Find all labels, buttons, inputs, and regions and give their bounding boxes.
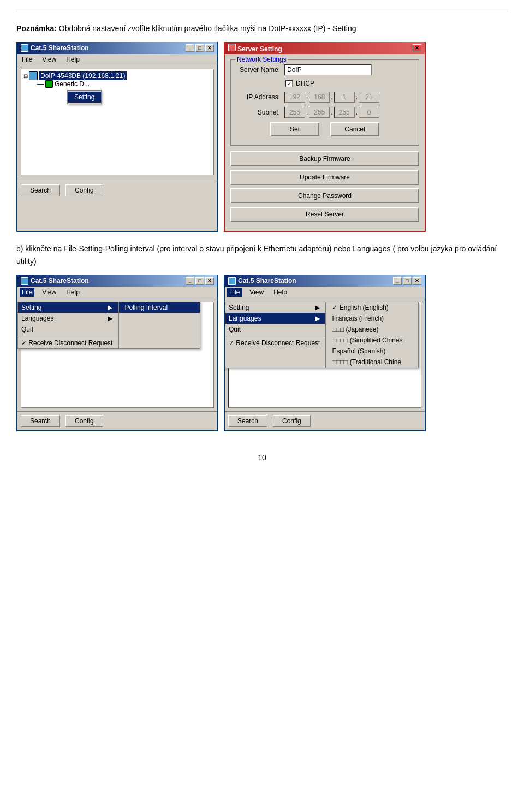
- server-name-row: Server Name:: [236, 64, 413, 75]
- ip-label: IP Address:: [236, 93, 280, 101]
- languages-label-4: Languages: [229, 315, 261, 322]
- menu-view-4[interactable]: View: [247, 288, 266, 297]
- window-title-4: Cat.5 ShareStation: [238, 277, 296, 285]
- window-title-3: Cat.5 ShareStation: [31, 277, 89, 285]
- titlebar-1: Cat.5 ShareStation _ □ ✕: [17, 42, 217, 54]
- menu-item-languages-3[interactable]: Languages ▶: [18, 313, 118, 324]
- win-controls-3[interactable]: _ □ ✕: [186, 277, 214, 285]
- screenshots-row-1: Cat.5 ShareStation _ □ ✕ File View Help …: [16, 42, 508, 232]
- close-btn-4[interactable]: ✕: [413, 277, 421, 285]
- dhcp-label: DHCP: [296, 80, 314, 87]
- backup-firmware-btn[interactable]: Backup Firmware: [230, 151, 419, 166]
- submenu-languages-4: ✓ English (English) Français (French) □□…: [326, 302, 419, 368]
- close-btn-1[interactable]: ✕: [205, 44, 214, 52]
- lang-simplified-chinese[interactable]: □□□□ (Simplified Chines: [326, 335, 418, 346]
- context-menu-setting[interactable]: Setting: [68, 92, 101, 103]
- dhcp-row: ✓ DHCP: [236, 80, 413, 87]
- lang-traditional-chinese[interactable]: □□□□ (Traditional Chine: [326, 357, 418, 368]
- intro-paragraph: Poznámka: Obdobná nastavení zvolíte klik…: [16, 22, 508, 34]
- server-name-input[interactable]: [284, 64, 372, 75]
- menu-item-setting-3[interactable]: Setting ▶: [18, 302, 118, 313]
- change-password-btn[interactable]: Change Password: [230, 188, 419, 203]
- window-title-1: Cat.5 ShareStation: [31, 44, 89, 52]
- server-window-icon: [228, 44, 236, 51]
- menu-popup-3: Setting ▶ Languages ▶ Quit ✓ Receive Dis…: [17, 302, 118, 349]
- menu-help-1[interactable]: Help: [64, 55, 82, 64]
- dhcp-checkmark: ✓: [287, 81, 291, 87]
- tree-root-label-1[interactable]: DoIP-4543DB (192.168.1.21): [39, 71, 127, 80]
- lang-japanese[interactable]: □□□ (Japanese): [326, 324, 418, 335]
- tree-expand-1[interactable]: ⊟: [23, 73, 28, 79]
- submenu-polling-3[interactable]: Polling Interval: [119, 302, 200, 313]
- page-number: 10: [16, 453, 508, 462]
- tree-root-icon-1: [29, 71, 38, 80]
- screenshots-row-2: Cat.5 ShareStation _ □ ✕ File View Help …: [16, 275, 508, 431]
- menu-dropdown-3: Setting ▶ Languages ▶ Quit ✓ Receive Dis…: [17, 302, 200, 349]
- search-btn-4[interactable]: Search: [228, 415, 267, 427]
- quit-label-4: Quit: [229, 326, 241, 333]
- win-footer-4: Search Config: [225, 411, 425, 430]
- menu-item-setting-4[interactable]: Setting ▶: [225, 302, 325, 313]
- tree-view-1: ⊟ DoIP-4543DB (192.168.1.21) └─ Generic …: [21, 69, 214, 175]
- win-footer-3: Search Config: [17, 411, 217, 430]
- set-cancel-row: Set Cancel: [236, 122, 413, 136]
- minimize-btn-3[interactable]: _: [186, 277, 194, 285]
- menu-item-receive-4[interactable]: ✓ Receive Disconnect Request: [225, 338, 325, 348]
- menu-view-3[interactable]: View: [40, 288, 58, 297]
- menu-help-4[interactable]: Help: [271, 288, 289, 297]
- menu-help-3[interactable]: Help: [64, 288, 82, 297]
- lang-schinese-label: □□□□ (Simplified Chines: [332, 336, 402, 344]
- config-btn-1[interactable]: Config: [66, 184, 103, 196]
- server-name-label: Server Name:: [236, 66, 280, 74]
- win-body-4: Setting ▶ Languages ▶ Quit ✓ Receive Dis…: [225, 302, 425, 408]
- receive-label-3: ✓ Receive Disconnect Request: [21, 339, 112, 347]
- menu-view-1[interactable]: View: [40, 55, 58, 64]
- menu-item-quit-3[interactable]: Quit: [18, 324, 118, 335]
- set-btn[interactable]: Set: [270, 122, 319, 136]
- close-btn-3[interactable]: ✕: [205, 277, 214, 285]
- lang-english[interactable]: ✓ English (English): [326, 302, 418, 313]
- maximize-btn-4[interactable]: □: [403, 277, 412, 285]
- win-controls-1[interactable]: _ □ ✕: [186, 44, 214, 52]
- server-window-title: Server Setting: [237, 45, 282, 53]
- reset-server-btn[interactable]: Reset Server: [230, 207, 419, 222]
- subnet-row: Subnet: 255 . 255 . 255 . 0: [236, 107, 413, 118]
- server-win-controls[interactable]: ✕: [413, 44, 421, 52]
- search-btn-1[interactable]: Search: [21, 184, 60, 196]
- tree-child-label-1[interactable]: Generic D...: [55, 80, 90, 88]
- ip-seg-2: 168: [309, 92, 330, 103]
- update-firmware-btn[interactable]: Update Firmware: [230, 170, 419, 185]
- window-icon-1: [21, 44, 28, 52]
- win-controls-4[interactable]: _ □ ✕: [393, 277, 421, 285]
- cancel-btn[interactable]: Cancel: [330, 122, 379, 136]
- minimize-btn-1[interactable]: _: [186, 44, 194, 52]
- subnet-seg-2: 255: [309, 107, 330, 118]
- setting-label-4: Setting: [229, 304, 249, 311]
- minimize-btn-4[interactable]: _: [393, 277, 402, 285]
- window-server-setting: Server Setting ✕ Network Settings Server…: [224, 42, 426, 232]
- menu-item-quit-4[interactable]: Quit: [225, 324, 325, 335]
- menu-file-4[interactable]: File: [227, 288, 242, 297]
- maximize-btn-1[interactable]: □: [195, 44, 204, 52]
- intro-bold: Poznámka:: [16, 24, 57, 33]
- menu-file-3[interactable]: File: [20, 288, 34, 297]
- menu-file-1[interactable]: File: [20, 55, 34, 64]
- polling-label-3: Polling Interval: [124, 304, 168, 311]
- dhcp-checkbox[interactable]: ✓: [285, 80, 293, 87]
- config-btn-4[interactable]: Config: [273, 415, 311, 427]
- win-body-3: Setting ▶ Languages ▶ Quit ✓ Receive Dis…: [17, 302, 217, 408]
- subnet-seg-3: 255: [334, 107, 355, 118]
- search-btn-3[interactable]: Search: [21, 415, 60, 427]
- setting-arrow-4: ▶: [315, 304, 320, 311]
- menu-item-receive-3[interactable]: ✓ Receive Disconnect Request: [18, 338, 118, 348]
- lang-french[interactable]: Français (French): [326, 313, 418, 324]
- titlebar-3: Cat.5 ShareStation _ □ ✕: [17, 275, 217, 287]
- intro-rest: Obdobná nastavení zvolíte kliknutím prav…: [59, 24, 356, 33]
- server-close-btn[interactable]: ✕: [413, 44, 421, 52]
- win-footer-1: Search Config: [17, 181, 217, 200]
- lang-spanish[interactable]: Español (Spanish): [326, 346, 418, 357]
- ip-seg-1: 192: [284, 92, 305, 103]
- menu-item-languages-4[interactable]: Languages ▶: [225, 313, 325, 324]
- config-btn-3[interactable]: Config: [66, 415, 103, 427]
- maximize-btn-3[interactable]: □: [195, 277, 204, 285]
